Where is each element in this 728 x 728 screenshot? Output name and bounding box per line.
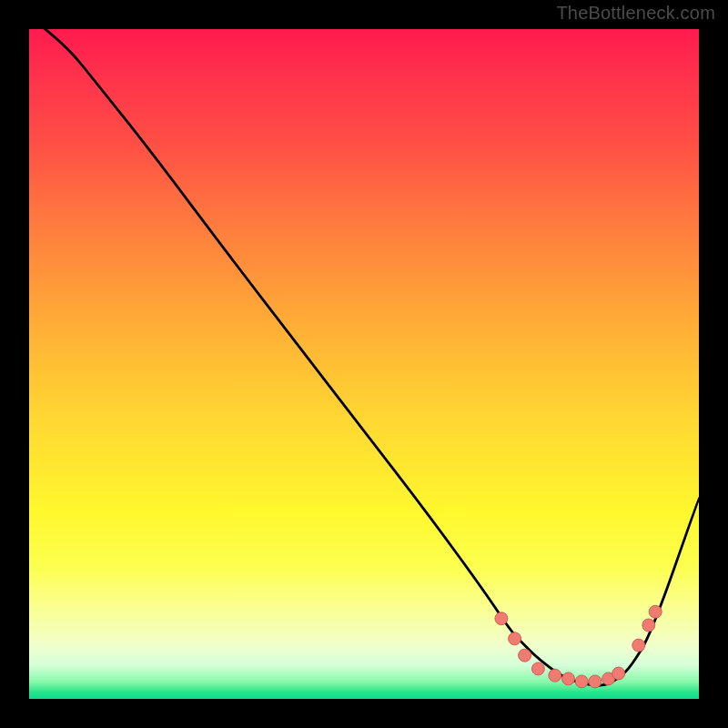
curve-dot bbox=[642, 619, 655, 632]
curve-dot bbox=[575, 675, 588, 688]
curve-dot bbox=[649, 605, 662, 618]
chart-container: TheBottleneck.com bbox=[0, 0, 728, 728]
bottleneck-curve bbox=[29, 29, 699, 685]
curve-dot bbox=[589, 675, 602, 688]
plot-area bbox=[29, 29, 699, 699]
curve-dot bbox=[519, 649, 531, 662]
curve-dot bbox=[531, 662, 544, 675]
curve-dot bbox=[495, 612, 508, 625]
curve-dot bbox=[612, 667, 625, 680]
curve-dot bbox=[509, 632, 521, 645]
attribution-text: TheBottleneck.com bbox=[556, 3, 715, 24]
plot-svg bbox=[29, 29, 699, 699]
curve-markers bbox=[495, 605, 662, 688]
curve-dot bbox=[562, 672, 575, 685]
curve-dot bbox=[549, 669, 561, 682]
curve-dot bbox=[632, 639, 645, 652]
